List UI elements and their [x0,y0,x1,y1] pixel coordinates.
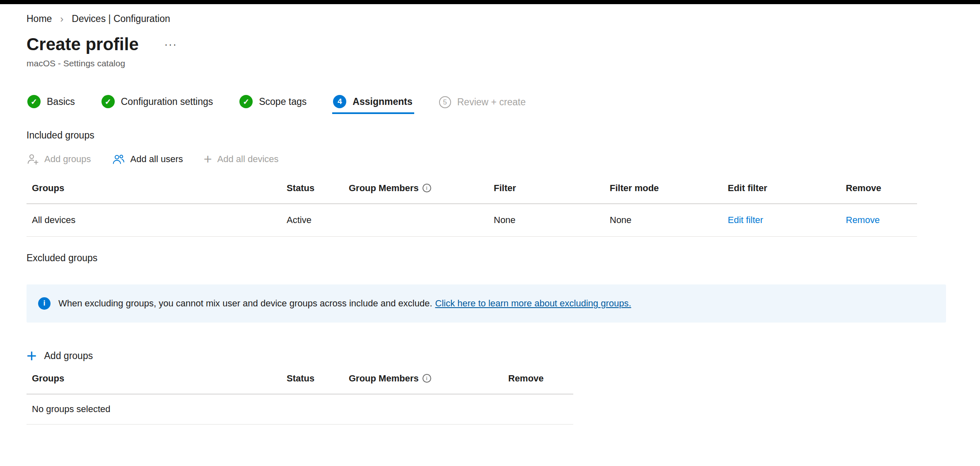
page-title: Create profile [27,34,139,54]
column-header-status: Status [281,370,343,394]
breadcrumb-home[interactable]: Home [27,13,52,24]
chevron-right-icon: › [60,14,63,24]
banner-text: When excluding groups, you cannot mix us… [58,298,631,309]
column-header-remove: Remove [840,180,917,204]
column-header-filter: Filter [488,180,604,204]
info-banner: i When excluding groups, you cannot mix … [27,284,946,323]
check-circle-icon: ✓ [101,95,115,108]
step-label: Assignments [352,96,412,107]
window-top-bar [0,0,980,4]
learn-more-link[interactable]: Click here to learn more about excluding… [435,298,631,308]
cell-filter: None [488,204,604,237]
column-header-groups: Groups [27,180,281,204]
toolbar-button-label: Add groups [44,154,91,165]
column-header-status: Status [281,180,343,204]
cell-group-members [343,204,488,237]
info-tooltip-icon[interactable]: i [422,184,431,192]
info-tooltip-icon[interactable]: i [422,374,431,383]
create-profile-page: Home › Devices | Configuration Create pr… [0,4,980,425]
included-groups-heading: Included groups [27,130,953,141]
included-groups-table: Groups Status Group Members i Filter Fil… [27,180,917,237]
add-groups-button[interactable]: Add groups [27,153,91,165]
step-number-icon: 5 [439,96,451,108]
column-header-remove: Remove [503,370,573,394]
more-actions-button[interactable]: ··· [164,39,177,51]
included-groups-toolbar: Add groups Add all users + Add all devic… [27,153,953,165]
add-all-devices-button[interactable]: + Add all devices [204,153,279,165]
step-label: Scope tags [259,96,307,107]
toolbar-button-label: Add all users [130,154,183,165]
breadcrumb: Home › Devices | Configuration [27,13,953,24]
tab-review-create[interactable]: 5 Review + create [438,96,528,114]
people-icon [112,153,125,165]
person-add-icon [27,153,39,165]
add-groups-label: Add groups [44,350,93,362]
check-circle-icon: ✓ [27,95,41,108]
page-subtitle: macOS - Settings catalog [27,58,953,68]
remove-link[interactable]: Remove [846,215,880,225]
add-all-users-button[interactable]: Add all users [112,153,183,165]
tab-basics[interactable]: ✓ Basics [27,95,77,114]
column-header-group-members: Group Members i [343,370,503,394]
breadcrumb-devices-configuration[interactable]: Devices | Configuration [72,13,170,24]
info-icon: i [38,297,51,310]
edit-filter-link[interactable]: Edit filter [728,215,763,225]
cell-filter-mode: None [604,204,722,237]
step-label: Review + create [457,97,526,108]
step-label: Basics [47,96,75,107]
column-header-groups: Groups [27,370,281,394]
cell-groups: All devices [27,204,281,237]
step-number-icon: 4 [333,95,346,108]
cell-status: Active [281,204,343,237]
step-label: Configuration settings [121,96,213,107]
title-row: Create profile ··· [27,34,953,54]
column-header-filter-mode: Filter mode [604,180,722,204]
excluded-groups-table: Groups Status Group Members i Remove No … [27,370,573,425]
plus-icon: + [204,153,212,165]
check-circle-icon: ✓ [239,95,253,108]
plus-icon: + [27,348,37,364]
excluded-add-groups-button[interactable]: + Add groups [27,348,93,364]
excluded-groups-heading: Excluded groups [27,252,953,264]
empty-state-row: No groups selected [27,394,573,425]
wizard-steps: ✓ Basics ✓ Configuration settings ✓ Scop… [27,95,953,114]
tab-scope-tags[interactable]: ✓ Scope tags [239,95,308,114]
tab-configuration-settings[interactable]: ✓ Configuration settings [101,95,215,114]
toolbar-button-label: Add all devices [217,154,279,165]
column-header-group-members: Group Members i [343,180,488,204]
tab-assignments[interactable]: 4 Assignments [332,95,414,114]
column-header-edit-filter: Edit filter [722,180,840,204]
